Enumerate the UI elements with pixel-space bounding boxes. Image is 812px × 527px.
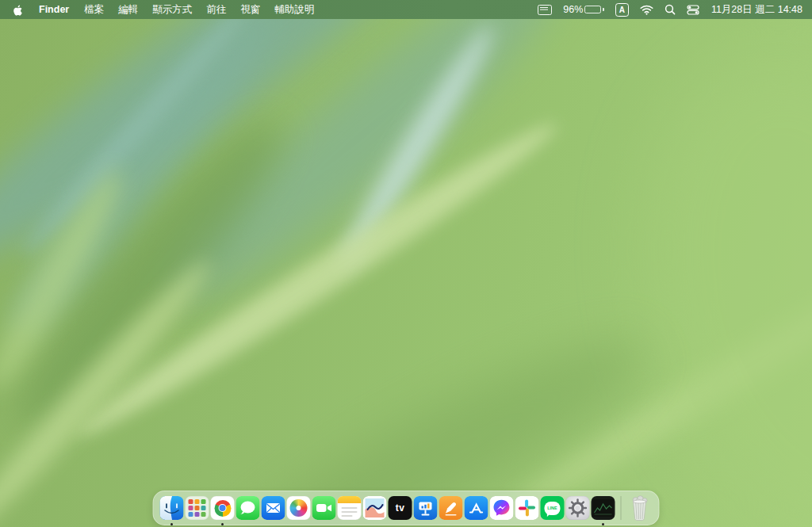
dock-item-keynote[interactable] <box>414 496 438 520</box>
battery-percent-label: 96% <box>563 4 583 15</box>
apple-tv-icon: tv <box>389 496 412 520</box>
menu-bar-clock[interactable]: 11月28日 週二 14:48 <box>705 3 802 17</box>
battery-status-item[interactable]: 96% <box>557 0 610 19</box>
dock-item-launchpad[interactable] <box>186 496 209 520</box>
dock-item-chrome[interactable] <box>211 496 235 520</box>
graph-icon <box>593 499 614 517</box>
pages-icon <box>439 496 463 520</box>
macos-desktop: Finder 檔案 編輯 顯示方式 前往 視窗 輔助說明 96% A <box>0 0 812 527</box>
keyboard-status-item[interactable] <box>532 0 557 19</box>
spotlight-search-icon <box>665 4 676 15</box>
menu-go[interactable]: 前往 <box>199 0 233 19</box>
desktop-wallpaper <box>0 0 812 527</box>
menu-edit[interactable]: 編輯 <box>111 0 145 19</box>
trash-full-icon <box>628 495 652 521</box>
facetime-icon <box>312 496 336 520</box>
notes-header <box>338 496 362 503</box>
dock: tv <box>153 491 660 525</box>
menu-bar: Finder 檔案 編輯 顯示方式 前往 視窗 輔助說明 96% A <box>0 0 812 19</box>
control-center-icon <box>687 5 699 15</box>
wifi-status-item[interactable] <box>634 0 659 19</box>
line-icon: LINE <box>541 496 565 520</box>
dock-divider <box>621 496 622 520</box>
dock-item-system-settings[interactable] <box>566 496 590 520</box>
input-method-status-item[interactable]: A <box>610 0 634 19</box>
menu-bar-left: Finder 檔案 編輯 顯示方式 前往 視窗 輔助說明 <box>0 0 321 19</box>
menu-bar-status: 96% A 1 <box>532 0 812 19</box>
apple-menu[interactable] <box>0 0 31 19</box>
wifi-icon <box>640 5 653 15</box>
apple-tv-label: tv <box>396 502 405 514</box>
spotlight-status-item[interactable] <box>659 0 681 19</box>
launchpad-icon <box>186 496 209 520</box>
dock-item-line[interactable]: LINE <box>541 496 565 520</box>
notes-icon <box>338 496 362 520</box>
gear-icon <box>569 498 588 517</box>
mail-icon <box>262 496 285 520</box>
battery-cap <box>603 8 604 11</box>
dock-item-messages[interactable] <box>236 496 260 520</box>
dock-item-pages[interactable] <box>439 496 463 520</box>
finder-icon <box>160 496 184 520</box>
running-indicator <box>602 523 604 525</box>
control-center-status-item[interactable] <box>681 0 705 19</box>
dock-item-finder[interactable] <box>160 496 184 520</box>
dock-item-facetime[interactable] <box>312 496 336 520</box>
dock-item-trash[interactable] <box>627 495 653 521</box>
line-label: LINE <box>547 506 557 510</box>
dock-item-photos[interactable] <box>287 496 311 520</box>
menu-file[interactable]: 檔案 <box>77 0 111 19</box>
dock-item-app-store[interactable] <box>465 496 488 520</box>
slack-icon <box>515 496 539 520</box>
battery-icon <box>584 6 601 13</box>
dock-item-messenger[interactable] <box>490 496 514 520</box>
apple-logo-icon <box>13 4 23 16</box>
monitor-app-icon <box>592 496 615 520</box>
keynote-icon <box>414 496 438 520</box>
running-indicator <box>170 523 173 525</box>
dock-item-slack[interactable] <box>515 496 539 520</box>
freeform-icon <box>363 496 387 520</box>
app-menu-finder[interactable]: Finder <box>31 0 77 19</box>
dock-item-freeform[interactable] <box>363 496 387 520</box>
input-method-badge: A <box>615 3 629 17</box>
menu-help[interactable]: 輔助說明 <box>267 0 321 19</box>
messenger-icon <box>490 496 514 520</box>
dock-item-notes[interactable] <box>338 496 362 520</box>
running-indicator <box>221 523 224 525</box>
dock-item-apple-tv[interactable]: tv <box>389 496 412 520</box>
chrome-icon <box>211 496 235 520</box>
app-store-icon <box>465 496 488 520</box>
photos-icon <box>287 496 311 520</box>
messages-icon <box>236 496 260 520</box>
keyboard-icon <box>538 5 552 15</box>
menu-view[interactable]: 顯示方式 <box>145 0 199 19</box>
menu-window[interactable]: 視窗 <box>233 0 267 19</box>
system-settings-icon <box>566 496 590 520</box>
dock-item-mail[interactable] <box>262 496 285 520</box>
dock-item-monitor-app[interactable] <box>592 496 615 520</box>
